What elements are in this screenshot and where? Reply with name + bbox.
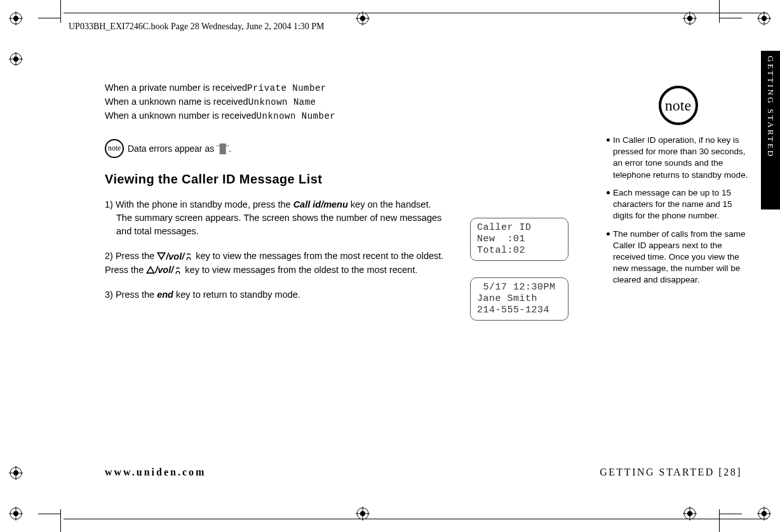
margin-note-list: In Caller ID operation, if no key is pre… <box>607 135 750 286</box>
crop-line <box>719 514 742 514</box>
vol-label-1: /vol/ <box>166 250 184 263</box>
reg-mark-bl <box>9 507 23 521</box>
intro-l3a: When a unknown number is received <box>105 110 257 121</box>
call-id-menu-key: Call id/menu <box>293 199 348 209</box>
crop-line <box>60 509 61 532</box>
section-heading: Viewing the Caller ID Message List <box>105 172 568 187</box>
note-icon-large: note <box>659 86 698 125</box>
reg-mark-tl <box>9 11 23 25</box>
step-1: 1) With the phone in standby mode, press… <box>105 198 454 238</box>
intro-l1a: When a private number is received <box>105 83 247 93</box>
crop-line <box>38 514 61 514</box>
vol-key-down: /vol/ <box>157 250 193 263</box>
step3-text-a: 3) Press the <box>105 289 157 300</box>
margin-note-item-2: Each message can be up to 15 characters … <box>607 187 750 222</box>
crop-line <box>60 0 61 23</box>
cross-top-2 <box>683 11 697 25</box>
side-tab-label: GETTING STARTED <box>765 56 776 158</box>
inline-note-text1: Data errors appear as ¨ <box>128 143 220 154</box>
section-side-tab: GETTING STARTED <box>761 51 780 209</box>
vol-label-2: /vol/ <box>155 263 173 277</box>
note-icon: note <box>105 139 124 158</box>
book-info-text: UP033BH_EXI7246C.book Page 28 Wednesday,… <box>69 22 325 32</box>
footer-section-page: GETTING STARTED [28] <box>600 467 742 478</box>
lcd-private-number: Private Number <box>247 83 326 93</box>
step-2: 2) Press the /vol/ key to view the messa… <box>105 249 454 277</box>
intro-lines: When a private number is receivedPrivate… <box>105 81 568 123</box>
intro-l2a: When a unknown name is received <box>105 96 248 107</box>
vol-key-up: /vol/ <box>146 263 182 277</box>
lcd-unknown-number: Unknown Number <box>257 111 336 121</box>
lcd-screen-summary: Caller ID New :01 Total:02 <box>470 218 568 261</box>
lcd-screen-detail: 5/17 12:30PM Jane Smith 214-555-1234 <box>470 277 568 321</box>
inline-note-row: note Data errors appear as ¨█¨. <box>105 139 568 158</box>
margin-note-item-1: In Caller ID operation, if no key is pre… <box>607 135 750 181</box>
step2-text-a: 2) Press the <box>105 251 157 261</box>
page-root: { "header": { "book_info": "UP033BH_EXI7… <box>0 0 780 532</box>
printer-top-rule <box>64 13 767 13</box>
end-key: end <box>157 289 173 300</box>
inline-note-text2: ¨. <box>226 143 232 154</box>
step2-text-c: key to view messages from the oldest to … <box>185 265 417 275</box>
cross-top-1 <box>356 11 370 25</box>
step-3: 3) Press the end key to return to standb… <box>105 288 454 302</box>
footer-url: www.uniden.com <box>105 467 206 478</box>
margin-note: note In Caller ID operation, if no key i… <box>607 86 750 293</box>
crop-line <box>719 18 742 18</box>
crop-line <box>719 509 720 532</box>
data-error-glyph: █ <box>220 143 226 154</box>
crop-line <box>38 18 61 18</box>
step3-text-b: key to return to standby mode. <box>173 289 300 300</box>
reg-mark-ml2 <box>9 466 23 480</box>
page-footer: www.uniden.com GETTING STARTED [28] <box>105 467 742 478</box>
step1-text-a: 1) With the phone in standby mode, press… <box>105 199 293 209</box>
steps: 1) With the phone in standby mode, press… <box>105 198 454 302</box>
step1-text-b: key on the handset. <box>348 199 431 209</box>
step1-sub: The summary screen appears. The screen s… <box>116 211 454 238</box>
printer-bottom-rule <box>64 519 767 519</box>
reg-mark-ml <box>9 52 23 66</box>
margin-note-item-3: The number of calls from the same Caller… <box>607 229 750 286</box>
crop-line <box>719 0 720 23</box>
reg-mark-tr <box>757 11 771 25</box>
lcd-unknown-name: Unknown Name <box>248 97 316 107</box>
